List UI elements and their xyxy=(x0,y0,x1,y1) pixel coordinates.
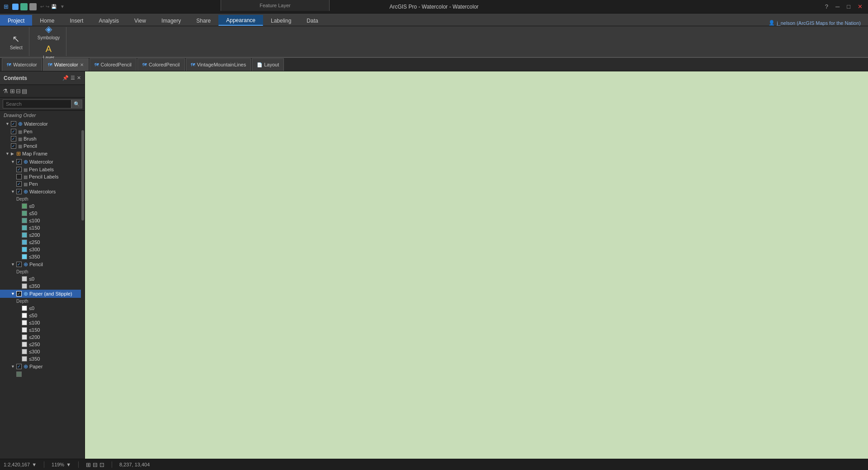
sidebar-pin-icon[interactable]: 📌 xyxy=(62,75,69,81)
checkbox-pencil-group[interactable] xyxy=(16,262,22,267)
doc-tab-layout[interactable]: 📄 Layout xyxy=(252,58,284,71)
checkbox-paper-group[interactable] xyxy=(16,364,22,369)
close-button[interactable]: ✕ xyxy=(856,3,864,10)
tree-item-paper-stipple[interactable]: ▼ ⊕ Paper (and Stipple) xyxy=(0,290,85,298)
map-tab-icon: 🗺 xyxy=(7,62,11,67)
tree-item-paper-group[interactable]: ▼ ⊕ Paper xyxy=(0,362,85,371)
quick-access-icon2[interactable] xyxy=(20,3,28,10)
expand-arrow-wcsub: ▼ xyxy=(11,160,16,164)
filter-icon[interactable]: ⚗ xyxy=(3,88,8,94)
doc-tab-coloredpencil1[interactable]: 🗺 ColoredPencil xyxy=(90,58,137,71)
status-divider2 xyxy=(78,461,79,468)
zoom-dropdown-icon[interactable]: ▼ xyxy=(66,462,71,467)
checkbox-watercolors[interactable] xyxy=(16,189,22,194)
ribbon-btn-select[interactable]: ↖ Select xyxy=(7,33,25,51)
ribbon-content: ↖ Select ◈ Symbology A Layer xyxy=(0,26,868,58)
tree-item-pencil[interactable]: ▦ Pencil xyxy=(0,142,85,150)
tree-item-pen-labels[interactable]: ▦ Pen Labels xyxy=(0,166,85,173)
tree-item-pen[interactable]: ▦ Pen xyxy=(0,128,85,135)
tree-item-mapframe[interactable]: ▼ ▶ ⊞ Map Frame xyxy=(0,150,85,158)
sidebar-scrollbar-thumb[interactable] xyxy=(81,130,84,221)
group-icon-paper-group: ⊕ xyxy=(24,363,28,370)
tab-imagery[interactable]: Imagery xyxy=(154,15,189,26)
search-input[interactable] xyxy=(3,99,71,108)
checkbox-watercolor-root[interactable] xyxy=(11,121,16,127)
legend-wc-50: ≤50 xyxy=(0,210,85,217)
checkbox-pencil[interactable] xyxy=(11,143,16,149)
minimize-button[interactable]: ─ xyxy=(834,3,841,10)
undo-icon[interactable]: ↩ xyxy=(40,4,44,9)
quick-access-icon1[interactable] xyxy=(12,4,19,10)
layer-icon-pen-labels: ▦ xyxy=(24,167,28,172)
doc-tab-watercolor2[interactable]: 🗺 Watercolor ✕ xyxy=(43,58,89,71)
doc-tabs: 🗺 Watercolor 🗺 Watercolor ✕ 🗺 ColoredPen… xyxy=(0,58,868,71)
options-icon[interactable]: ▤ xyxy=(22,88,27,94)
sidebar-scrollbar-track xyxy=(81,130,85,459)
app-title: ArcGIS Pro - Watercolor - Watercolor xyxy=(389,4,478,10)
tab-appearance[interactable]: Appearance xyxy=(218,15,263,26)
tab-close-button[interactable]: ✕ xyxy=(80,62,84,67)
legend-wc-250: ≤250 xyxy=(0,239,85,246)
tree-item-watercolor-root[interactable]: ▼ ⊕ Watercolor xyxy=(0,120,85,128)
status-divider3 xyxy=(112,461,112,468)
tab-insert[interactable]: Insert xyxy=(62,15,91,26)
sort-icon[interactable]: ⊟ xyxy=(16,88,21,94)
checkbox-pen-sub[interactable] xyxy=(16,181,22,187)
zoom-status: 119% ▼ xyxy=(52,462,71,467)
tab-share[interactable]: Share xyxy=(189,15,218,26)
search-button[interactable]: 🔍 xyxy=(71,99,82,108)
doc-tab-coloredpencil2[interactable]: 🗺 ColoredPencil xyxy=(137,58,184,71)
sidebar-menu-icon[interactable]: ☰ xyxy=(71,75,75,81)
tree-item-brush[interactable]: ▦ Brush xyxy=(0,135,85,142)
legend-color-wc-350 xyxy=(22,254,27,259)
help-button[interactable]: ? xyxy=(823,3,830,10)
save-icon[interactable]: 💾 xyxy=(51,4,57,9)
redo-icon[interactable]: ↪ xyxy=(46,4,49,9)
quick-access-icon3[interactable] xyxy=(29,3,37,10)
group-icon[interactable]: ⊞ xyxy=(10,88,15,94)
legend-color-wc-0 xyxy=(22,203,27,209)
doc-tab-vintagemountainlines[interactable]: 🗺 VintageMountainLines xyxy=(186,58,251,71)
sidebar-close-icon[interactable]: ✕ xyxy=(77,75,81,81)
scale-dropdown-icon[interactable]: ▼ xyxy=(32,462,37,467)
legend-color-paper xyxy=(16,371,22,377)
legend-p-350: ≤350 xyxy=(0,282,85,290)
legend-wc-100: ≤100 xyxy=(0,217,85,224)
tree-item-watercolors[interactable]: ▼ ⊕ Watercolors xyxy=(0,188,85,196)
tree-item-pen-sub[interactable]: ▦ Pen xyxy=(0,180,85,188)
checkbox-pen[interactable] xyxy=(11,129,16,134)
tree-item-pencil-group[interactable]: ▼ ⊕ Pencil xyxy=(0,260,85,268)
doc-tab-watercolor1[interactable]: 🗺 Watercolor xyxy=(2,58,42,71)
tree-item-pencil-labels[interactable]: ▦ Pencil Labels xyxy=(0,173,85,180)
tab-project[interactable]: Project xyxy=(0,15,32,26)
checkbox-watercolor-sub[interactable] xyxy=(16,159,22,164)
tab-labeling[interactable]: Labeling xyxy=(263,15,299,26)
fullscreen-icon[interactable]: ⊡ xyxy=(99,461,104,468)
tab-data[interactable]: Data xyxy=(299,15,326,26)
tab-analysis[interactable]: Analysis xyxy=(91,15,127,26)
legend-pp-200: ≤200 xyxy=(0,334,85,341)
customize-icon[interactable]: ▼ xyxy=(60,4,65,9)
legend-color-pp-200 xyxy=(22,334,27,340)
tab-view[interactable]: View xyxy=(127,15,154,26)
mapframe-icon: ⊞ xyxy=(16,150,21,157)
expand-arrow-pencil-group: ▼ xyxy=(11,262,16,267)
table-view-icon[interactable]: ⊟ xyxy=(93,461,98,468)
coordinates-status: 8,237, 13,404 xyxy=(119,462,150,467)
checkbox-pen-labels[interactable] xyxy=(16,167,22,172)
checkbox-brush[interactable] xyxy=(11,136,16,141)
symbol-icon: ◈ xyxy=(45,24,52,34)
legend-color-pp-50 xyxy=(22,313,27,318)
map-area[interactable]: 50 250 100 200 300 200 250 300 150 100 2… xyxy=(85,71,868,459)
tree-item-watercolor-sub[interactable]: ▼ ⊕ Watercolor xyxy=(0,158,85,166)
legend-color-pp-100 xyxy=(22,320,27,325)
ribbon-btn-symbol[interactable]: ◈ Symbology xyxy=(35,23,62,41)
drawing-order-label: Drawing Order xyxy=(0,111,85,120)
maximize-button[interactable]: □ xyxy=(845,3,852,10)
map-view-icon[interactable]: ⊞ xyxy=(86,461,91,468)
search-box: 🔍 xyxy=(0,98,85,111)
expand-arrow-mapframe: ▼ xyxy=(5,151,11,156)
checkbox-pencil-labels[interactable] xyxy=(16,174,22,179)
sidebar: Contents 📌 ☰ ✕ ⚗ ⊞ ⊟ ▤ 🔍 Drawing Order xyxy=(0,71,85,459)
checkbox-paper-stipple[interactable] xyxy=(16,291,22,296)
